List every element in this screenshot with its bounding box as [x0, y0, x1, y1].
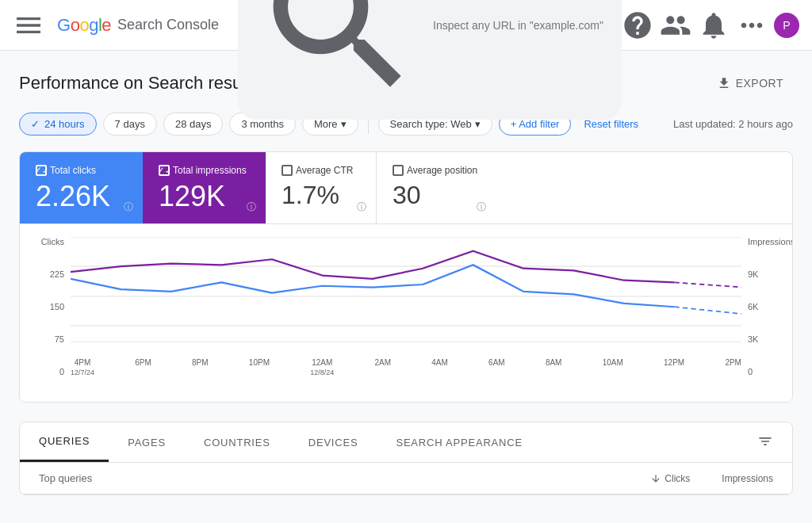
x-label-11: 2PM [725, 358, 741, 377]
ctr-info-icon[interactable]: ⓘ [357, 200, 366, 214]
y-axis-left: Clicks 225 150 75 0 [36, 237, 64, 395]
url-search-input[interactable] [433, 19, 608, 32]
chart-wrapper: Clicks 225 150 75 0 [36, 237, 776, 395]
x-label-6: 4AM [431, 358, 448, 377]
filter-icon [757, 433, 773, 449]
metric-position-label: Average position [393, 165, 480, 176]
table-header-right: Clicks Impressions [650, 473, 773, 484]
clicks-checkbox[interactable]: ✓ [36, 165, 47, 176]
metric-panel-ctr[interactable]: Average CTR 1.7% ⓘ [266, 152, 377, 223]
logo-product-name: Search Console [117, 17, 219, 33]
position-info-icon[interactable]: ⓘ [477, 200, 486, 214]
clicks-info-icon[interactable]: ⓘ [124, 200, 133, 214]
header-actions: P [622, 10, 799, 41]
metric-impressions-value: 129K [159, 182, 250, 211]
metric-position-value: 30 [393, 182, 480, 208]
x-axis-labels: 4PM12/7/24 6PM 8PM 10PM 12AM12/8/24 2AM … [71, 358, 741, 377]
menu-button[interactable] [13, 10, 44, 41]
help-button[interactable] [622, 10, 653, 41]
ctr-checkbox[interactable] [282, 165, 293, 176]
metric-clicks-value: 2.26K [36, 182, 127, 211]
tab-pages[interactable]: PAGES [109, 422, 185, 462]
table-col-impressions-header[interactable]: Impressions [722, 473, 773, 484]
x-label-10: 12PM [664, 358, 684, 377]
metrics-card: ✓ Total clicks 2.26K ⓘ ✓ Total impressio… [19, 151, 793, 403]
impressions-info-icon[interactable]: ⓘ [247, 200, 256, 214]
check-icon: ✓ [31, 118, 40, 130]
filter-7days[interactable]: 7 days [103, 113, 157, 136]
tab-countries[interactable]: COUNTRIES [185, 422, 289, 462]
y-left-label-title: Clicks [36, 237, 64, 246]
x-label-7: 6AM [488, 358, 505, 377]
y-right-label-title: Impressions [748, 237, 776, 246]
table-col-clicks-header[interactable]: Clicks [650, 473, 690, 484]
svg-line-5 [674, 307, 741, 314]
y-axis-right: Impressions 9K 6K 3K 0 [748, 237, 776, 395]
table-header: Top queries Clicks Impressions [20, 463, 792, 494]
x-label-5: 2AM [374, 358, 391, 377]
x-label-1: 6PM [135, 358, 151, 377]
search-icon [251, 0, 427, 113]
chart-svg-container: 4PM12/7/24 6PM 8PM 10PM 12AM12/8/24 2AM … [71, 237, 741, 395]
metric-clicks-label: ✓ Total clicks [36, 165, 127, 176]
x-label-4: 12AM12/8/24 [310, 358, 334, 377]
metric-panel-impressions[interactable]: ✓ Total impressions 129K ⓘ [143, 152, 266, 223]
tab-queries[interactable]: QUERIES [20, 422, 109, 462]
impressions-checkbox[interactable]: ✓ [159, 165, 170, 176]
avatar[interactable]: P [774, 13, 799, 38]
url-search-bar[interactable] [238, 0, 622, 120]
page-title: Performance on Search results [19, 73, 259, 94]
metric-ctr-value: 1.7% [282, 182, 360, 208]
logo[interactable]: Google Search Console [57, 15, 219, 36]
tabs-section: QUERIES PAGES COUNTRIES DEVICES SEARCH A… [19, 422, 793, 495]
filter-24hours[interactable]: ✓ 24 hours [19, 113, 97, 136]
people-button[interactable] [660, 10, 691, 41]
filter-28days[interactable]: 28 days [163, 113, 224, 136]
header: Google Search Console [0, 0, 812, 51]
chart-svg [71, 237, 741, 356]
metric-panel-clicks[interactable]: ✓ Total clicks 2.26K ⓘ [20, 152, 143, 223]
table-filter-button[interactable] [751, 427, 779, 458]
tab-devices[interactable]: DEVICES [289, 422, 377, 462]
x-label-8: 8AM [546, 358, 562, 377]
tab-search-appearance[interactable]: SEARCH APPEARANCE [377, 422, 542, 462]
position-checkbox[interactable] [393, 165, 404, 176]
metric-impressions-label: ✓ Total impressions [159, 165, 250, 176]
metric-panel-position[interactable]: Average position 30 ⓘ [377, 152, 496, 223]
sort-down-icon [650, 473, 661, 484]
main-content: Performance on Search results EXPORT ✓ 2… [0, 51, 812, 514]
x-label-0: 4PM12/7/24 [71, 358, 94, 377]
metric-panels: ✓ Total clicks 2.26K ⓘ ✓ Total impressio… [20, 152, 792, 224]
x-label-2: 8PM [192, 358, 209, 377]
x-label-9: 10AM [603, 358, 623, 377]
metric-ctr-label: Average CTR [282, 165, 360, 176]
tabs-actions [751, 422, 792, 462]
export-button[interactable]: EXPORT [707, 70, 793, 97]
logo-google-text: Google [57, 15, 111, 36]
last-updated-text: Last updated: 2 hours ago [673, 118, 793, 130]
apps-button[interactable] [736, 10, 768, 41]
export-icon [717, 76, 731, 90]
x-label-3: 10PM [249, 358, 270, 377]
notifications-button[interactable] [698, 10, 730, 41]
tabs-header: QUERIES PAGES COUNTRIES DEVICES SEARCH A… [20, 422, 792, 463]
chart-area: Clicks 225 150 75 0 [20, 224, 792, 402]
table-col-queries: Top queries [39, 472, 92, 484]
svg-line-6 [674, 282, 741, 287]
